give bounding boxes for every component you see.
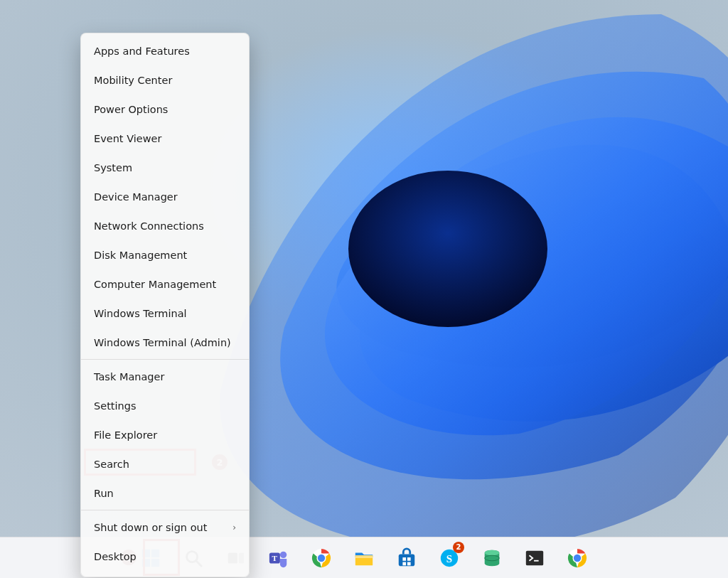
context-menu-separator — [81, 510, 249, 510]
ctx-item-label: Mobility Center — [94, 75, 172, 86]
chrome-icon — [567, 547, 588, 569]
file-explorer-icon — [353, 547, 375, 569]
ctx-item-network-connections[interactable]: Network Connections — [81, 211, 249, 240]
svg-text:S: S — [446, 552, 452, 564]
ctx-item-label: Windows Terminal (Admin) — [94, 337, 231, 348]
svg-point-32 — [574, 554, 581, 561]
taskbar-chrome[interactable] — [305, 542, 338, 574]
teams-icon: T — [268, 547, 289, 569]
ctx-item-device-manager[interactable]: Device Manager — [81, 182, 249, 211]
ctx-item-label: Windows Terminal — [94, 308, 187, 319]
ctx-item-computer-management[interactable]: Computer Management — [81, 269, 249, 299]
taskbar-terminal[interactable] — [518, 542, 551, 574]
ctx-item-label: Device Manager — [94, 191, 178, 203]
ctx-item-event-viewer[interactable]: Event Viewer — [81, 124, 249, 153]
svg-rect-22 — [407, 562, 411, 565]
winx-context-menu: Apps and FeaturesMobility CenterPower Op… — [80, 33, 250, 577]
taskbar-file-explorer[interactable] — [348, 542, 380, 574]
ctx-item-label: Desktop — [94, 551, 136, 562]
svg-text:T: T — [272, 553, 278, 562]
ctx-item-label: Settings — [94, 400, 136, 412]
ctx-item-label: File Explorer — [94, 429, 157, 441]
ctx-item-label: Disk Management — [94, 250, 187, 261]
notification-badge: 2 — [453, 542, 464, 553]
ctx-item-windows-terminal[interactable]: Windows Terminal — [81, 299, 249, 328]
ctx-item-label: Network Connections — [94, 220, 204, 232]
svg-point-26 — [485, 550, 500, 555]
terminal-icon — [524, 547, 545, 569]
taskbar-chrome-2[interactable] — [561, 542, 594, 574]
ctx-item-power-options[interactable]: Power Options — [81, 95, 249, 124]
svg-rect-18 — [399, 554, 415, 566]
svg-rect-17 — [355, 555, 373, 558]
taskbar-skype[interactable]: S2 — [433, 542, 466, 574]
ctx-item-label: Apps and Features — [94, 46, 190, 57]
ctx-item-shut-down[interactable]: Shut down or sign out› — [81, 513, 249, 542]
ctx-item-windows-terminal-admin[interactable]: Windows Terminal (Admin) — [81, 328, 249, 357]
ctx-item-search[interactable]: Search — [81, 449, 249, 478]
svg-rect-20 — [407, 557, 411, 561]
svg-rect-28 — [526, 550, 543, 565]
ctx-item-label: Task Manager — [94, 371, 164, 382]
ctx-item-system[interactable]: System — [81, 153, 249, 182]
ctx-item-mobility-center[interactable]: Mobility Center — [81, 65, 249, 95]
ctx-item-label: Power Options — [94, 104, 168, 115]
ctx-item-label: Run — [94, 488, 114, 499]
ctx-item-apps-and-features[interactable]: Apps and Features — [81, 36, 249, 65]
taskbar-store[interactable] — [390, 542, 423, 574]
ctx-item-label: Computer Management — [94, 279, 216, 290]
chrome-icon — [311, 547, 332, 569]
ctx-item-label: System — [94, 162, 132, 173]
ctx-item-disk-management[interactable]: Disk Management — [81, 240, 249, 269]
sql-server-icon — [481, 547, 503, 569]
svg-point-1 — [348, 171, 547, 327]
chevron-right-icon: › — [232, 523, 236, 532]
svg-point-12 — [280, 551, 287, 557]
ctx-item-file-explorer[interactable]: File Explorer — [81, 420, 249, 449]
store-icon — [396, 547, 417, 569]
svg-rect-19 — [402, 557, 406, 561]
context-menu-separator — [81, 359, 249, 360]
taskbar-teams[interactable]: T — [262, 542, 295, 574]
ctx-item-desktop[interactable]: Desktop — [81, 542, 249, 571]
svg-point-15 — [318, 554, 325, 561]
ctx-item-run[interactable]: Run — [81, 478, 249, 508]
ctx-item-settings[interactable]: Settings — [81, 391, 249, 420]
ctx-item-label: Search — [94, 459, 129, 470]
taskbar-sql-server[interactable] — [476, 542, 508, 574]
ctx-item-label: Event Viewer — [94, 133, 161, 144]
ctx-item-label: Shut down or sign out — [94, 522, 207, 533]
ctx-item-task-manager[interactable]: Task Manager — [81, 362, 249, 391]
svg-rect-21 — [402, 562, 406, 565]
